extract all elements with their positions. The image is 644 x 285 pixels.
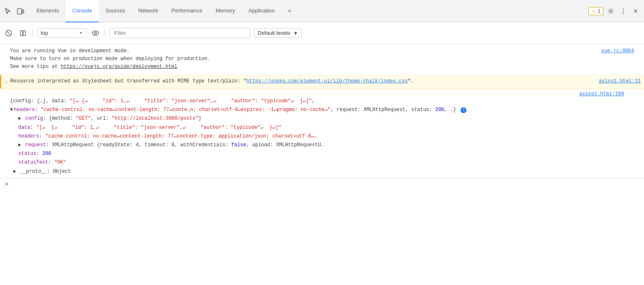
tab-elements[interactable]: Elements (30, 0, 66, 22)
expand-proto-icon[interactable]: ▶ (13, 168, 16, 176)
expand-headers-icon[interactable]: ▼ (10, 106, 13, 114)
view-toggle-button[interactable] (17, 28, 28, 39)
vue-source-link[interactable]: vue.js:9064 (601, 47, 634, 55)
console-output[interactable]: You are running Vue in development mode.… (0, 44, 644, 285)
console-toolbar: top Default levels ▼ (0, 22, 644, 44)
obj-config-line[interactable]: ▶ config: {method: "GET", url: "http://l… (10, 114, 634, 123)
tab-performance[interactable]: Performance (165, 0, 209, 22)
tab-more[interactable]: » (281, 0, 298, 22)
tab-memory[interactable]: Memory (209, 0, 242, 22)
toolbar-divider (32, 29, 33, 37)
svg-rect-1 (22, 10, 24, 13)
close-devtools-button[interactable]: ✕ (631, 6, 641, 16)
obj-headers-expanded: headers: "cache-control: no-cache↵conten… (10, 132, 634, 141)
prompt-chevron-icon: > (5, 181, 8, 188)
toolbar-divider-2 (105, 29, 105, 37)
warning-source-link[interactable]: axios1.html:11 (599, 77, 641, 85)
obj-headers-line[interactable]: ▼headers: "cache-control: no-cache↵conte… (10, 106, 634, 114)
svg-rect-0 (17, 9, 22, 14)
context-selector[interactable]: top (37, 28, 87, 38)
svg-point-5 (623, 12, 624, 13)
filter-input[interactable] (110, 28, 251, 38)
obj-source-link[interactable]: axios1.html:199 (10, 90, 634, 97)
warning-icon: ⚠ (5, 78, 8, 86)
vue-info-text: You are running Vue in development mode.… (10, 47, 593, 71)
svg-line-7 (7, 31, 10, 35)
vue-deployment-link[interactable]: https://vuejs.org/guide/deployment.html (61, 64, 177, 70)
eye-button[interactable] (90, 28, 101, 39)
info-icon[interactable]: i (461, 107, 466, 113)
svg-point-4 (623, 10, 624, 11)
obj-request-line[interactable]: ▶ request: XMLHttpRequest {readyState: 4… (10, 141, 634, 150)
warning-url-link[interactable]: https://unpkg.com/element-ui/lib/theme-c… (246, 78, 408, 84)
tab-application[interactable]: Application (242, 0, 282, 22)
obj-line-1: {config: {…}, data: "[↵ {↵ "id": 1,↵ "ti… (10, 97, 634, 106)
svg-rect-9 (23, 31, 25, 36)
obj-statustext-line: statusText: "OK" (10, 158, 634, 167)
obj-status-line: status: 200 (10, 150, 634, 158)
cursor-icon[interactable] (3, 7, 12, 16)
obj-data-line: data: "[↵ {↵ "id": 1,↵ "title": "json-se… (10, 123, 634, 132)
console-prompt: > (0, 178, 644, 190)
warning-row: ⚠ Resource interpreted as Stylesheet but… (0, 75, 644, 89)
devtools-icons (3, 7, 25, 16)
warning-triangle-icon: ⚠ (591, 8, 596, 14)
svg-point-2 (610, 10, 612, 12)
tab-console[interactable]: Console (66, 0, 99, 22)
obj-proto-line[interactable]: ▶ __proto__: Object (10, 167, 634, 176)
settings-button[interactable] (606, 6, 616, 16)
tab-sources[interactable]: Sources (99, 0, 132, 22)
device-icon[interactable] (16, 7, 25, 16)
warning-text: Resource interpreted as Stylesheet but t… (10, 77, 592, 85)
log-levels-selector[interactable]: Default levels ▼ (254, 28, 302, 38)
vue-info-block: You are running Vue in development mode.… (0, 44, 644, 75)
svg-rect-8 (20, 31, 22, 36)
expand-request-icon[interactable]: ▶ (18, 141, 21, 149)
tab-bar-right: ⚠ 1 ✕ (588, 6, 641, 16)
svg-point-3 (623, 8, 624, 9)
expand-config-icon[interactable]: ▶ (18, 115, 21, 123)
svg-point-10 (93, 31, 99, 35)
warning-badge[interactable]: ⚠ 1 (588, 7, 603, 15)
tab-network[interactable]: Network (132, 0, 165, 22)
more-menu-button[interactable] (618, 6, 628, 16)
clear-console-button[interactable] (3, 28, 14, 39)
svg-point-11 (95, 32, 97, 34)
object-log-block: axios1.html:199 {config: {…}, data: "[↵ … (0, 89, 644, 178)
tab-bar: Elements Console Sources Network Perform… (0, 0, 644, 22)
